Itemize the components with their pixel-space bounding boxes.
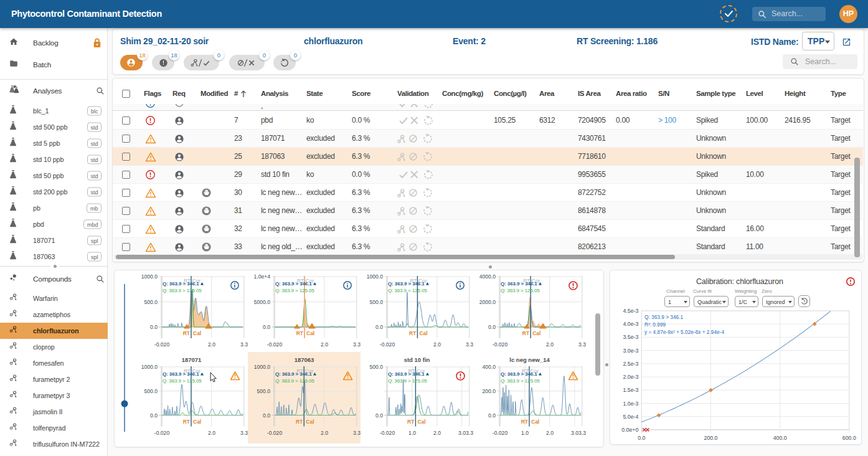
svg-text:2.0: 2.0 [546, 341, 554, 348]
svg-text:Cal: Cal [193, 330, 201, 336]
svg-text:2.0: 2.0 [433, 341, 441, 348]
svg-text:2.0: 2.0 [546, 430, 554, 436]
svg-text:Cal: Cal [531, 419, 539, 425]
svg-text:Q: 363.9 > 125.05: Q: 363.9 > 125.05 [275, 288, 314, 293]
svg-text:0.0: 0.0 [488, 324, 496, 330]
svg-text:2.0: 2.0 [321, 430, 328, 436]
svg-text:Cal: Cal [532, 330, 540, 336]
svg-text:1000.0: 1000.0 [367, 273, 384, 280]
svg-text:4.5e-3: 4.5e-3 [623, 308, 638, 314]
svg-text:Weighting: Weighting [735, 288, 757, 294]
svg-text:RT: RT [183, 330, 191, 336]
svg-text:0.0e+0: 0.0e+0 [621, 427, 638, 433]
svg-text:2.5e-3: 2.5e-3 [623, 361, 638, 367]
svg-text:0.0: 0.0 [150, 412, 158, 419]
svg-text:Q: 363.9 > 125.05: Q: 363.9 > 125.05 [501, 288, 540, 293]
svg-text:3.3: 3.3 [353, 430, 361, 436]
svg-text:y = 4.87e-9x² + 5.02e-6x + 2.9: y = 4.87e-9x² + 5.02e-6x + 2.94e-4 [644, 329, 724, 335]
svg-text:0.0: 0.0 [263, 324, 270, 330]
svg-text:3.3: 3.3 [240, 430, 248, 436]
svg-text:Q: 363.9 > 125.05: Q: 363.9 > 125.05 [163, 378, 202, 384]
svg-text:RT: RT [296, 419, 303, 425]
svg-text:400.0: 400.0 [773, 435, 787, 441]
svg-text:1000.0: 1000.0 [254, 364, 271, 370]
svg-text:Q: 363.9 > 125.05: Q: 363.9 > 125.05 [275, 378, 314, 384]
svg-text:RT: RT [296, 330, 304, 336]
svg-text:Cal: Cal [306, 419, 314, 425]
svg-text:Zero: Zero [762, 288, 772, 294]
svg-text:std 10 fin: std 10 fin [404, 356, 430, 363]
svg-text:-0.020: -0.020 [493, 341, 508, 348]
svg-text:Cal: Cal [306, 330, 314, 336]
svg-text:Q: 363.9 > 346.1: Q: 363.9 > 346.1 [163, 371, 199, 377]
svg-text:Q: 363.9 > 346.1: Q: 363.9 > 346.1 [275, 371, 312, 377]
svg-text:500.0: 500.0 [257, 388, 270, 394]
svg-text:4000.0: 4000.0 [479, 273, 496, 280]
svg-text:-0.020: -0.020 [154, 341, 170, 348]
svg-text:Q: 363.9 > 125.05: Q: 363.9 > 125.05 [163, 288, 202, 293]
svg-text:500.0: 500.0 [144, 388, 158, 394]
svg-text:187063: 187063 [295, 356, 314, 363]
svg-text:Channel: Channel [666, 288, 685, 294]
svg-text:0.0: 0.0 [150, 324, 158, 330]
svg-text:R²: 0.999: R²: 0.999 [644, 321, 666, 328]
svg-text:-0.020: -0.020 [267, 430, 283, 436]
svg-text:RT: RT [521, 419, 529, 425]
svg-text:1000.0: 1000.0 [141, 364, 158, 370]
svg-text:3.0e-3: 3.0e-3 [623, 348, 638, 354]
svg-text:3.3: 3.3 [466, 341, 473, 348]
svg-text:3.5e-3: 3.5e-3 [623, 334, 638, 340]
svg-text:1.0: 1.0 [521, 430, 529, 436]
svg-text:600.0: 600.0 [842, 435, 856, 441]
svg-text:5000.0: 5000.0 [254, 299, 271, 305]
svg-text:-0.020: -0.020 [380, 430, 395, 436]
svg-text:2.0: 2.0 [321, 341, 328, 348]
svg-text:RT: RT [407, 419, 415, 425]
svg-text:1.0: 1.0 [408, 430, 416, 436]
svg-text:1000.0: 1000.0 [141, 273, 158, 280]
svg-text:0.0: 0.0 [638, 435, 645, 441]
svg-text:0.0: 0.0 [488, 412, 496, 419]
svg-text:-0.020: -0.020 [154, 430, 170, 436]
svg-text:-0.020: -0.020 [380, 341, 395, 348]
svg-text:2.0e-3: 2.0e-3 [623, 374, 638, 380]
svg-text:Q: 363.9 > 125.05: Q: 363.9 > 125.05 [388, 288, 427, 293]
svg-text:3.0: 3.0 [458, 430, 466, 436]
svg-text:3.3: 3.3 [466, 430, 473, 436]
svg-text:2000.0: 2000.0 [479, 299, 496, 305]
svg-text:400.0: 400.0 [482, 364, 496, 370]
svg-text:Q: 363.9 > 125.05: Q: 363.9 > 125.05 [501, 378, 540, 384]
svg-text:-0.020: -0.020 [493, 430, 508, 436]
svg-text:Cal: Cal [419, 330, 427, 336]
svg-text:0.0: 0.0 [263, 412, 270, 419]
svg-text:0.0: 0.0 [375, 324, 383, 330]
svg-text:3.3: 3.3 [353, 341, 361, 348]
svg-text:Q: 363.9 > 346.1: Q: 363.9 > 346.1 [388, 281, 425, 287]
svg-text:3.0: 3.0 [571, 430, 578, 436]
svg-text:5.0e-4: 5.0e-4 [623, 414, 638, 420]
svg-text:1.5e-3: 1.5e-3 [623, 387, 638, 393]
svg-text:200.0: 200.0 [482, 388, 496, 394]
svg-text:RT: RT [183, 419, 191, 425]
svg-text:1.0e-3: 1.0e-3 [623, 401, 638, 407]
svg-text:2.0: 2.0 [433, 430, 441, 436]
svg-text:Q: 363.9 > 125.05: Q: 363.9 > 125.05 [388, 378, 427, 384]
svg-text:200.0: 200.0 [704, 435, 717, 441]
svg-text:187071: 187071 [182, 356, 202, 363]
svg-text:500.0: 500.0 [369, 364, 383, 370]
svg-text:Q: 363.9 > 346.1: Q: 363.9 > 346.1 [501, 281, 537, 287]
svg-text:Calibration: chlorfluazuron: Calibration: chlorfluazuron [696, 277, 783, 286]
svg-text:0.0: 0.0 [375, 412, 383, 419]
svg-text:500.0: 500.0 [369, 299, 383, 305]
svg-text:RT: RT [522, 330, 530, 336]
svg-text:Curve fit: Curve fit [693, 288, 712, 294]
svg-text:3.3: 3.3 [240, 341, 248, 348]
svg-text:Q: 363.9 > 346.1: Q: 363.9 > 346.1 [388, 371, 425, 377]
svg-text:lc neg new_14: lc neg new_14 [509, 356, 550, 363]
svg-text:Q: 363.9 > 346.1: Q: 363.9 > 346.1 [501, 371, 537, 377]
svg-text:1.0e+4: 1.0e+4 [253, 273, 270, 280]
svg-text:Q: 363.9 > 346.1: Q: 363.9 > 346.1 [275, 281, 312, 287]
svg-text:3.3: 3.3 [578, 341, 586, 348]
svg-text:500.0: 500.0 [144, 299, 158, 305]
svg-text:Cal: Cal [417, 419, 425, 425]
